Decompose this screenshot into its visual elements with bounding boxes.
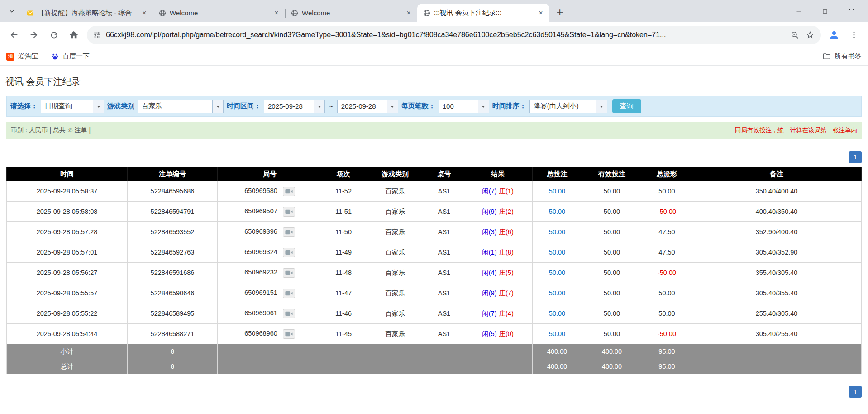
profile-avatar[interactable] bbox=[825, 25, 844, 44]
site-info-icon[interactable] bbox=[93, 31, 101, 39]
cell-total-bet[interactable]: 50.00 bbox=[533, 283, 582, 303]
video-camera-icon bbox=[285, 229, 293, 235]
forward-button[interactable] bbox=[24, 25, 43, 44]
bookmarks-bar: 淘 爱淘宝 百度一下 所有书签 bbox=[0, 48, 868, 66]
cell-total-bet[interactable]: 50.00 bbox=[533, 202, 582, 222]
cell-payout: 47.50 bbox=[642, 242, 692, 263]
page-number-button[interactable]: 1 bbox=[849, 151, 862, 163]
cell-game-type: 百家乐 bbox=[365, 283, 425, 303]
col-round-no: 局号 bbox=[218, 167, 322, 181]
navigation-bar: 66cxkj98.com/ipl/portal.php/game/betreco… bbox=[0, 22, 868, 48]
video-replay-button[interactable] bbox=[283, 227, 295, 237]
col-total-bet: 总投注 bbox=[533, 167, 582, 181]
video-replay-button[interactable] bbox=[283, 309, 295, 318]
combo-dropdown-icon[interactable] bbox=[478, 100, 489, 113]
total-row: 总计 8 400.00 400.00 95.00 bbox=[7, 359, 862, 374]
cell-table-no: AS1 bbox=[425, 324, 463, 344]
tab-close-icon[interactable]: × bbox=[404, 8, 414, 18]
maximize-button[interactable] bbox=[812, 0, 838, 22]
cell-total-bet[interactable]: 50.00 bbox=[533, 324, 582, 344]
page-size-combo[interactable] bbox=[439, 100, 489, 113]
cell-bet-no: 522846592763 bbox=[128, 242, 218, 263]
minimize-button[interactable] bbox=[786, 0, 812, 22]
all-bookmarks-button[interactable]: 所有书签 bbox=[815, 51, 862, 63]
tab-search-button[interactable] bbox=[5, 4, 19, 19]
game-type-input[interactable] bbox=[138, 100, 212, 113]
combo-dropdown-icon[interactable] bbox=[212, 100, 223, 113]
bookmark-label: 爱淘宝 bbox=[18, 52, 38, 61]
back-button[interactable] bbox=[5, 25, 24, 44]
round-number: 650969232 bbox=[244, 269, 277, 276]
video-camera-icon bbox=[285, 188, 293, 194]
date-to-input[interactable] bbox=[338, 100, 387, 113]
reload-icon bbox=[49, 30, 59, 40]
col-table-no: 桌号 bbox=[425, 167, 463, 181]
video-replay-button[interactable] bbox=[283, 248, 295, 257]
date-from-combo[interactable] bbox=[264, 100, 325, 113]
combo-dropdown-icon[interactable] bbox=[93, 100, 104, 113]
browser-menu-button[interactable] bbox=[844, 25, 863, 44]
video-replay-button[interactable] bbox=[283, 207, 295, 217]
zoom-icon[interactable] bbox=[791, 31, 799, 39]
cell-result: 闲(7)庄(4) bbox=[463, 303, 533, 324]
cell-total-bet[interactable]: 50.00 bbox=[533, 242, 582, 263]
tab-bet-records-active[interactable]: :::视讯 会员下注纪录::: × bbox=[417, 4, 549, 22]
combo-dropdown-icon[interactable] bbox=[596, 100, 607, 113]
tab-welcome-2[interactable]: Welcome × bbox=[285, 4, 417, 22]
query-type-combo[interactable] bbox=[41, 100, 104, 113]
cell-time: 2025-09-28 05:55:22 bbox=[7, 303, 128, 324]
combo-dropdown-icon[interactable] bbox=[387, 100, 398, 113]
cell-round-no: 650969232 bbox=[218, 263, 322, 283]
video-replay-button[interactable] bbox=[283, 187, 295, 196]
cell-valid-bet: 50.00 bbox=[582, 181, 642, 202]
tab-welcome-1[interactable]: Welcome × bbox=[153, 4, 285, 22]
video-replay-button[interactable] bbox=[283, 329, 295, 339]
tab-forum[interactable]: 【新提醒】海燕策略论坛 - 综合 × bbox=[21, 4, 153, 22]
subtotal-label: 小计 bbox=[7, 344, 128, 359]
bookmark-baidu[interactable]: 百度一下 bbox=[51, 52, 90, 61]
col-time: 时间 bbox=[7, 167, 128, 181]
video-replay-button[interactable] bbox=[283, 289, 295, 298]
search-button[interactable]: 查询 bbox=[612, 99, 641, 113]
date-from-input[interactable] bbox=[264, 100, 314, 113]
cell-bet-no: 522846589495 bbox=[128, 303, 218, 324]
subtotal-payout: 95.00 bbox=[642, 344, 692, 359]
cell-session: 11-49 bbox=[322, 242, 365, 263]
cell-bet-no: 522846594791 bbox=[128, 202, 218, 222]
currency-summary: 币别 : 人民币 | 总共 :8 注单 | bbox=[11, 126, 91, 135]
date-to-combo[interactable] bbox=[337, 100, 398, 113]
cell-time: 2025-09-28 05:57:28 bbox=[7, 222, 128, 242]
tab-close-icon[interactable]: × bbox=[536, 8, 546, 18]
video-replay-button[interactable] bbox=[283, 268, 295, 278]
home-icon bbox=[69, 30, 79, 40]
cell-game-type: 百家乐 bbox=[365, 324, 425, 344]
bookmark-aitaobao[interactable]: 淘 爱淘宝 bbox=[6, 52, 38, 61]
tab-close-icon[interactable]: × bbox=[272, 8, 281, 18]
cell-bet-no: 522846593552 bbox=[128, 222, 218, 242]
result-player: 闲(1) bbox=[482, 249, 496, 256]
cell-total-bet[interactable]: 50.00 bbox=[533, 263, 582, 283]
url-text[interactable]: 66cxkj98.com/ipl/portal.php/game/betreco… bbox=[106, 31, 786, 39]
reload-button[interactable] bbox=[44, 25, 63, 44]
cell-game-type: 百家乐 bbox=[365, 202, 425, 222]
page-number-button[interactable]: 1 bbox=[849, 386, 862, 398]
close-window-button[interactable] bbox=[838, 0, 864, 22]
cell-total-bet[interactable]: 50.00 bbox=[533, 181, 582, 202]
new-tab-button[interactable]: + bbox=[552, 4, 568, 19]
subtotal-total-bet: 400.00 bbox=[533, 344, 582, 359]
tab-close-icon[interactable]: × bbox=[139, 8, 149, 18]
address-bar[interactable]: 66cxkj98.com/ipl/portal.php/game/betreco… bbox=[87, 26, 821, 44]
page-size-input[interactable] bbox=[439, 100, 478, 113]
sort-combo[interactable] bbox=[529, 100, 607, 113]
cell-total-bet[interactable]: 50.00 bbox=[533, 303, 582, 324]
home-button[interactable] bbox=[64, 25, 83, 44]
query-type-input[interactable] bbox=[41, 100, 93, 113]
cell-remark: 255.40/305.40 bbox=[692, 303, 862, 324]
sort-input[interactable] bbox=[530, 100, 596, 113]
bookmark-star-icon[interactable] bbox=[806, 30, 815, 39]
cell-round-no: 650969396 bbox=[218, 222, 322, 242]
combo-dropdown-icon[interactable] bbox=[314, 100, 324, 113]
game-type-combo[interactable] bbox=[138, 100, 224, 113]
table-row: 2025-09-28 05:56:27 522846591686 6509692… bbox=[7, 263, 862, 283]
cell-total-bet[interactable]: 50.00 bbox=[533, 222, 582, 242]
